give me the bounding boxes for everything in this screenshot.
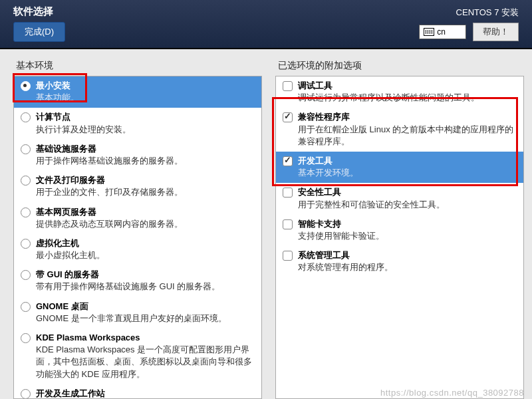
environment-option[interactable]: 虚拟化主机最小虚拟化主机。: [14, 234, 261, 265]
addon-option[interactable]: 安全性工具用于完整性和可信验证的安全性工具。: [276, 183, 523, 214]
option-title: GNOME 桌面: [36, 301, 256, 313]
environment-option[interactable]: 基本网页服务器提供静态及动态互联网内容的服务器。: [14, 203, 261, 234]
radio-icon: [21, 112, 31, 122]
base-environment-list: 最小安装基本功能。计算节点执行计算及处理的安装。基础设施服务器用于操作网络基础设…: [13, 76, 262, 399]
addon-option[interactable]: 系统管理工具对系统管理有用的程序。: [276, 246, 523, 277]
installer-name: CENTOS 7 安装: [456, 7, 519, 19]
environment-option[interactable]: 文件及打印服务器用于企业的文件、打印及存储服务器。: [14, 171, 261, 202]
radio-icon: [21, 302, 31, 312]
option-description: 用于在红帽企业版 Linux 的之前版本中构建的应用程序的兼容程序库。: [298, 124, 518, 148]
option-description: 带有用于操作网络基础设施服务 GUI 的服务器。: [36, 281, 256, 293]
base-environment-heading: 基本环境: [13, 60, 262, 72]
checkbox-icon: [283, 219, 293, 229]
option-title: 文件及打印服务器: [36, 174, 256, 186]
radio-icon: [21, 144, 31, 154]
page-title: 软件选择: [13, 5, 65, 18]
radio-icon: [21, 239, 31, 249]
header-bar: 软件选择 完成(D) CENTOS 7 安装 cn 帮助！: [0, 0, 532, 49]
option-description: 用于企业的文件、打印及存储服务器。: [36, 186, 256, 198]
option-description: GNOME 是一个非常直观且用户友好的桌面环境。: [36, 313, 256, 325]
keyboard-layout-label: cn: [437, 27, 446, 37]
help-button[interactable]: 帮助！: [473, 23, 519, 41]
option-title: 系统管理工具: [298, 249, 518, 261]
environment-option[interactable]: 计算节点执行计算及处理的安装。: [14, 108, 261, 139]
option-description: KDE Plasma Workspaces 是一个高度可配置图形用户界面，其中包…: [36, 344, 256, 380]
environment-option[interactable]: 开发及生成工作站用于软件、硬件、图形或者内容开发的工作站。: [14, 384, 261, 398]
addon-option[interactable]: 调试工具调试运行为异常程序以及诊断性能问题的工具。: [276, 76, 523, 108]
addons-scroll[interactable]: 调试工具调试运行为异常程序以及诊断性能问题的工具。兼容性程序库用于在红帽企业版 …: [276, 76, 523, 398]
radio-icon: [21, 270, 31, 280]
option-title: 最小安装: [36, 80, 256, 92]
option-title: 带 GUI 的服务器: [36, 269, 256, 281]
option-description: 用于操作网络基础设施服务的服务器。: [36, 155, 256, 167]
option-title: 兼容性程序库: [298, 111, 518, 123]
option-description: 基本功能。: [36, 92, 256, 104]
option-description: 用于完整性和可信验证的安全性工具。: [298, 199, 518, 211]
radio-icon: [21, 389, 31, 398]
radio-icon: [21, 207, 31, 217]
option-description: 基本开发环境。: [298, 167, 518, 179]
environment-option[interactable]: GNOME 桌面GNOME 是一个非常直观且用户友好的桌面环境。: [14, 297, 261, 329]
base-environment-column: 基本环境 最小安装基本功能。计算节点执行计算及处理的安装。基础设施服务器用于操作…: [13, 60, 262, 399]
addons-heading: 已选环境的附加选项: [275, 60, 524, 72]
environment-option[interactable]: KDE Plasma WorkspacesKDE Plasma Workspac…: [14, 329, 261, 384]
option-title: 智能卡支持: [298, 218, 518, 230]
keyboard-layout-indicator[interactable]: cn: [419, 25, 466, 39]
option-title: 基本网页服务器: [36, 206, 256, 218]
option-description: 最小虚拟化主机。: [36, 249, 256, 261]
environment-option[interactable]: 最小安装基本功能。: [14, 76, 261, 108]
checkbox-icon: [283, 112, 293, 122]
checkbox-icon: [283, 81, 293, 91]
done-button[interactable]: 完成(D): [13, 22, 65, 42]
watermark-text: https://blog.csdn.net/qq_38092788: [380, 388, 524, 398]
content-area: 基本环境 最小安装基本功能。计算节点执行计算及处理的安装。基础设施服务器用于操作…: [0, 49, 532, 399]
checkbox-icon: [283, 188, 293, 198]
option-description: 对系统管理有用的程序。: [298, 261, 518, 273]
option-title: 调试工具: [298, 80, 518, 92]
addons-list: 调试工具调试运行为异常程序以及诊断性能问题的工具。兼容性程序库用于在红帽企业版 …: [275, 76, 524, 399]
option-title: 开发工具: [298, 155, 518, 167]
addon-option[interactable]: 智能卡支持支持使用智能卡验证。: [276, 215, 523, 246]
radio-icon: [21, 81, 31, 91]
radio-icon: [21, 176, 31, 186]
option-title: 计算节点: [36, 111, 256, 123]
option-description: 支持使用智能卡验证。: [298, 230, 518, 242]
keyboard-icon: [424, 28, 434, 36]
checkbox-icon: [283, 251, 293, 261]
radio-icon: [21, 333, 31, 343]
addon-option[interactable]: 开发工具基本开发环境。: [276, 152, 523, 183]
addons-column: 已选环境的附加选项 调试工具调试运行为异常程序以及诊断性能问题的工具。兼容性程序…: [275, 60, 524, 399]
option-title: 安全性工具: [298, 186, 518, 198]
addon-option[interactable]: 兼容性程序库用于在红帽企业版 Linux 的之前版本中构建的应用程序的兼容程序库…: [276, 108, 523, 152]
option-description: 执行计算及处理的安装。: [36, 124, 256, 136]
option-description: 提供静态及动态互联网内容的服务器。: [36, 218, 256, 230]
option-title: 开发及生成工作站: [36, 388, 256, 398]
environment-option[interactable]: 带 GUI 的服务器带有用于操作网络基础设施服务 GUI 的服务器。: [14, 265, 261, 297]
option-title: 基础设施服务器: [36, 143, 256, 155]
option-title: KDE Plasma Workspaces: [36, 332, 256, 344]
base-environment-scroll[interactable]: 最小安装基本功能。计算节点执行计算及处理的安装。基础设施服务器用于操作网络基础设…: [14, 76, 261, 398]
option-title: 虚拟化主机: [36, 237, 256, 249]
checkbox-icon: [283, 156, 293, 166]
option-description: 调试运行为异常程序以及诊断性能问题的工具。: [298, 92, 518, 104]
environment-option[interactable]: 基础设施服务器用于操作网络基础设施服务的服务器。: [14, 140, 261, 171]
